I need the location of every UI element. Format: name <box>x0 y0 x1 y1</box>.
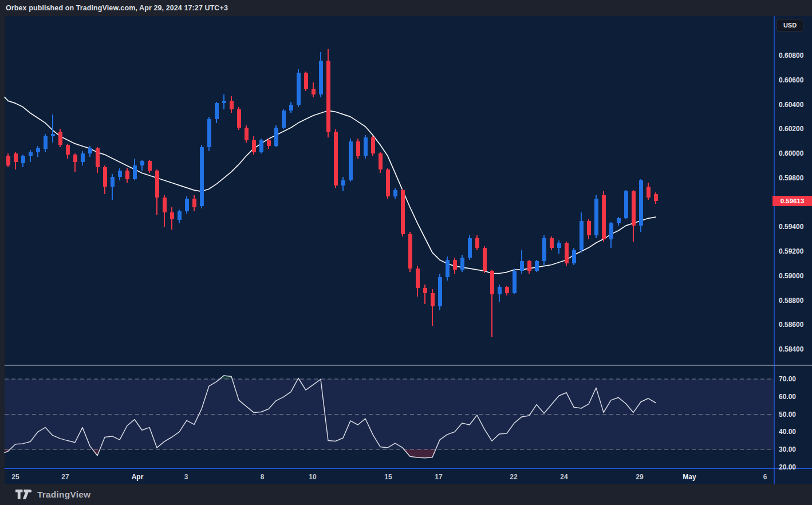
tradingview-brand-text[interactable]: TradingView <box>37 490 90 500</box>
chart-canvas[interactable] <box>0 0 812 505</box>
tradingview-snapshot: Orbex published on TradingView.com, Apr … <box>0 0 812 505</box>
last-price-label: 0.59613 <box>772 196 812 206</box>
tradingview-logo-icon[interactable] <box>15 490 33 499</box>
currency-toggle-badge[interactable]: USD <box>776 19 803 31</box>
footer-bar: TradingView <box>0 484 812 505</box>
